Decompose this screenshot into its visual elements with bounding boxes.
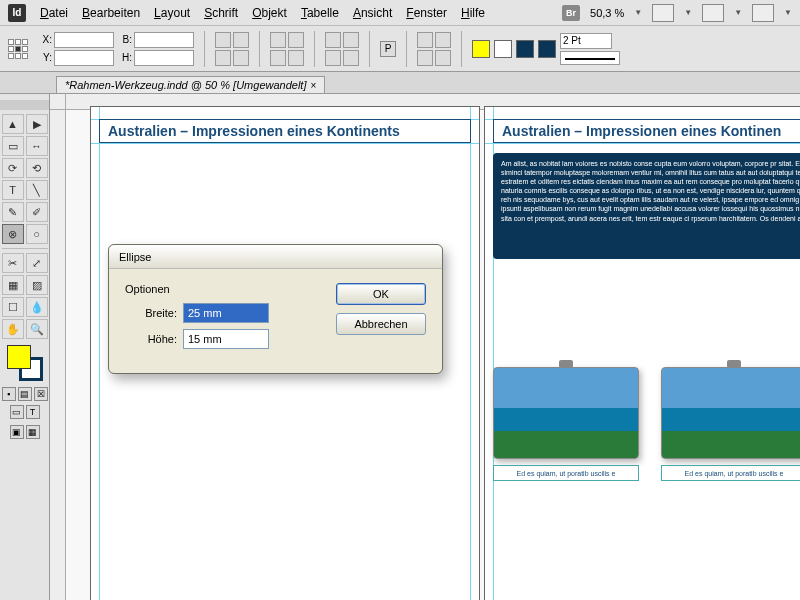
fill-proxy[interactable] — [7, 345, 31, 369]
rotate-options[interactable] — [270, 32, 304, 66]
width-field[interactable] — [183, 303, 269, 323]
cancel-button[interactable]: Abbrechen — [336, 313, 426, 335]
hand-tool[interactable]: ✋ — [2, 319, 24, 339]
paragraph-icon[interactable]: P — [380, 41, 396, 57]
selection-tool[interactable]: ▲ — [2, 114, 24, 134]
ellipse-dialog: Ellipse Optionen Breite: Höhe: OK Abbrec… — [108, 244, 443, 374]
dialog-titlebar[interactable]: Ellipse — [109, 245, 442, 269]
fill-stroke-proxy[interactable] — [7, 345, 43, 381]
reference-point-grid[interactable] — [8, 39, 28, 59]
arrange-icon[interactable] — [752, 4, 774, 22]
note-tool[interactable]: ☐ — [2, 297, 24, 317]
right-page[interactable]: Australien – Impressionen eines Kontinen… — [484, 106, 800, 600]
screen-dropdown-icon[interactable]: ▼ — [734, 8, 742, 17]
menu-layout[interactable]: Layout — [154, 6, 190, 20]
apply-none-icon[interactable]: ☒ — [34, 387, 48, 401]
photo-frame-1[interactable] — [493, 367, 639, 459]
right-title-frame[interactable]: Australien – Impressionen eines Kontinen — [493, 119, 800, 143]
menu-objekt[interactable]: Objekt — [252, 6, 287, 20]
apply-color-icon[interactable]: ▪ — [2, 387, 16, 401]
content-tool[interactable]: ⟳ — [2, 158, 24, 178]
x-label: X: — [38, 34, 52, 45]
ruler-corner[interactable] — [50, 94, 66, 110]
scale-options[interactable] — [215, 32, 249, 66]
gradient-tool[interactable]: ▦ — [2, 275, 24, 295]
stroke-swatch-white[interactable] — [494, 40, 512, 58]
formatting-container-icon[interactable]: ▭ — [10, 405, 24, 419]
collect-tool[interactable]: ⟲ — [26, 158, 48, 178]
h-label: H: — [118, 52, 132, 63]
menu-ansicht[interactable]: Ansicht — [353, 6, 392, 20]
zoom-dropdown-icon[interactable]: ▼ — [634, 8, 642, 17]
h-field[interactable] — [134, 50, 194, 66]
stroke-swatch-darkblue[interactable] — [516, 40, 534, 58]
ok-button[interactable]: OK — [336, 283, 426, 305]
caption-frame-1[interactable]: Ed es quiam, ut poratib uscilis e — [493, 465, 639, 481]
line-tool[interactable]: ╲ — [26, 180, 48, 200]
fill-swatch[interactable] — [472, 40, 490, 58]
view-dropdown-icon[interactable]: ▼ — [684, 8, 692, 17]
menu-bearbeiten[interactable]: Bearbeiten — [82, 6, 140, 20]
zoom-tool[interactable]: 🔍 — [26, 319, 48, 339]
flip-options[interactable] — [325, 32, 359, 66]
screen-mode-icon[interactable] — [702, 4, 724, 22]
page-tool[interactable]: ▭ — [2, 136, 24, 156]
formatting-text-icon[interactable]: T — [26, 405, 40, 419]
pen-tool[interactable]: ✎ — [2, 202, 24, 222]
vertical-ruler[interactable] — [50, 110, 66, 600]
gap-tool[interactable]: ↔ — [26, 136, 48, 156]
dialog-title: Ellipse — [119, 251, 151, 263]
toolbox: ▲ ▶ ▭ ↔ ⟳ ⟲ T ╲ ✎ ✐ ⊗ ○ ✂ ⤢ ▦ ▨ ☐ 💧 ✋ 🔍 … — [0, 94, 50, 600]
view-options-icon[interactable] — [652, 4, 674, 22]
ellipse-frame-tool[interactable]: ⊗ — [2, 224, 24, 244]
menu-schrift[interactable]: Schrift — [204, 6, 238, 20]
menu-tabelle[interactable]: Tabelle — [301, 6, 339, 20]
type-tool[interactable]: T — [2, 180, 24, 200]
arrange-dropdown-icon[interactable]: ▼ — [784, 8, 792, 17]
menu-bar: Id Datei Bearbeiten Layout Schrift Objek… — [0, 0, 800, 26]
preview-view-icon[interactable]: ▦ — [26, 425, 40, 439]
y-field[interactable] — [54, 50, 114, 66]
pencil-tool[interactable]: ✐ — [26, 202, 48, 222]
stroke-style-dropdown[interactable] — [560, 51, 620, 65]
document-tab-bar: *Rahmen-Werkzeug.indd @ 50 % [Umgewandel… — [0, 72, 800, 94]
align-options[interactable] — [417, 32, 451, 66]
zoom-level[interactable]: 50,3 % — [590, 7, 624, 19]
control-bar: X: Y: B: H: P — [0, 26, 800, 72]
toolbox-handle[interactable] — [0, 100, 49, 110]
stroke-width-field[interactable] — [560, 33, 612, 49]
w-field[interactable] — [134, 32, 194, 48]
width-label: Breite: — [125, 307, 177, 319]
menu-datei[interactable]: Datei — [40, 6, 68, 20]
menu-hilfe[interactable]: Hilfe — [461, 6, 485, 20]
close-tab-icon[interactable]: × — [310, 80, 316, 91]
stroke-swatch-darkblue-2[interactable] — [538, 40, 556, 58]
menu-fenster[interactable]: Fenster — [406, 6, 447, 20]
y-label: Y: — [38, 52, 52, 63]
direct-selection-tool[interactable]: ▶ — [26, 114, 48, 134]
document-tab-title: *Rahmen-Werkzeug.indd @ 50 % [Umgewandel… — [65, 79, 306, 91]
normal-view-icon[interactable]: ▣ — [10, 425, 24, 439]
eyedropper-tool[interactable]: 💧 — [26, 297, 48, 317]
app-logo: Id — [8, 4, 26, 22]
bridge-icon[interactable]: Br — [562, 5, 580, 21]
document-tab[interactable]: *Rahmen-Werkzeug.indd @ 50 % [Umgewandel… — [56, 76, 325, 93]
link-icon — [559, 360, 573, 368]
height-label: Höhe: — [125, 333, 177, 345]
caption-frame-2[interactable]: Ed es quiam, ut poratib uscilis e — [661, 465, 800, 481]
right-title-text: Australien – Impressionen eines Kontinen — [502, 123, 781, 139]
apply-gradient-icon[interactable]: ▤ — [18, 387, 32, 401]
height-field[interactable] — [183, 329, 269, 349]
w-label: B: — [118, 34, 132, 45]
gradient-feather-tool[interactable]: ▨ — [26, 275, 48, 295]
transform-tool[interactable]: ⤢ — [26, 253, 48, 273]
photo-frame-2[interactable] — [661, 367, 800, 459]
x-field[interactable] — [54, 32, 114, 48]
options-label: Optionen — [125, 283, 316, 295]
body-text-frame[interactable]: Am alist, as nobitat lam volores es nobi… — [493, 153, 800, 259]
left-title-frame[interactable]: Australien – Impressionen eines Kontinen… — [99, 119, 471, 143]
scissors-tool[interactable]: ✂ — [2, 253, 24, 273]
ellipse-tool[interactable]: ○ — [26, 224, 48, 244]
link-icon — [727, 360, 741, 368]
left-title-text: Australien – Impressionen eines Kontinen… — [108, 123, 400, 139]
